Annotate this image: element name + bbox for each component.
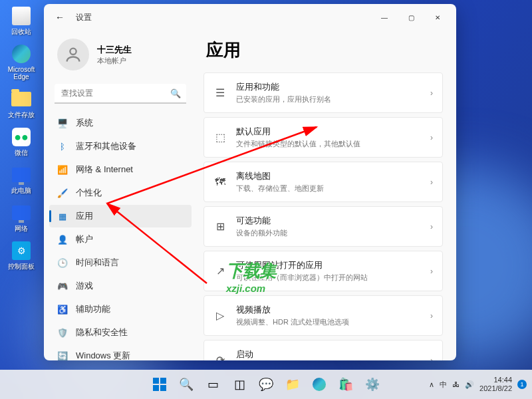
nav-label: 网络 & Internet bbox=[76, 164, 133, 176]
nav-label: Windows 更新 bbox=[76, 350, 130, 360]
card-title: 可使用网站打开的应用 bbox=[236, 259, 421, 271]
settings-taskbar-icon[interactable]: ⚙️ bbox=[360, 372, 384, 396]
ime-indicator[interactable]: 中 bbox=[440, 380, 447, 390]
nav-icon: 🖌️ bbox=[57, 188, 68, 198]
search-box: 🔍 bbox=[55, 84, 186, 104]
back-button[interactable]: ← bbox=[49, 7, 70, 28]
settings-card-0[interactable]: ☰应用和功能已安装的应用，应用执行别名› bbox=[203, 72, 443, 113]
card-sub: 下载、存储位置、地图更新 bbox=[236, 184, 421, 194]
nav-icon: 👤 bbox=[57, 234, 68, 245]
nav-label: 游戏 bbox=[76, 280, 93, 292]
taskview-icon[interactable]: ▭ bbox=[201, 372, 225, 396]
nav-item-5[interactable]: 👤帐户 bbox=[49, 228, 192, 251]
settings-card-3[interactable]: ⊞可选功能设备的额外功能› bbox=[203, 206, 443, 247]
desktop-icon-label: 微信 bbox=[15, 149, 28, 156]
card-sub: 设备的额外功能 bbox=[236, 228, 421, 238]
nav-item-6[interactable]: 🕒时间和语言 bbox=[49, 251, 192, 274]
nav-item-10[interactable]: 🔄Windows 更新 bbox=[49, 344, 192, 360]
close-button[interactable]: ✕ bbox=[424, 7, 451, 28]
nav-item-2[interactable]: 📶网络 & Internet bbox=[49, 158, 192, 181]
svg-rect-6 bbox=[160, 385, 166, 391]
chevron-right-icon: › bbox=[430, 133, 433, 142]
card-title: 启动 bbox=[236, 348, 421, 360]
chevron-right-icon: › bbox=[430, 267, 433, 276]
notification-badge[interactable]: 1 bbox=[517, 380, 527, 389]
desktop-icon-label: 文件存放 bbox=[8, 111, 35, 118]
start-button[interactable] bbox=[148, 372, 172, 396]
card-icon: ⬚ bbox=[213, 131, 227, 144]
desktop-icon-label: 回收站 bbox=[11, 28, 31, 35]
card-title: 默认应用 bbox=[236, 126, 421, 138]
clock[interactable]: 14:44 2021/8/22 bbox=[479, 376, 512, 393]
edge-taskbar-icon[interactable] bbox=[307, 372, 331, 396]
card-icon: ⟳ bbox=[213, 354, 227, 361]
card-title: 可选功能 bbox=[236, 215, 421, 227]
chat-icon[interactable]: 💬 bbox=[254, 372, 278, 396]
nav-icon: ▦ bbox=[57, 211, 68, 221]
desktop-icon-folder[interactable]: 文件存放 bbox=[5, 88, 37, 118]
minimize-button[interactable]: — bbox=[371, 7, 398, 28]
desktop-icon-label: 此电脑 bbox=[11, 187, 31, 194]
card-title: 应用和功能 bbox=[236, 81, 421, 93]
nav-icon: 🕒 bbox=[57, 257, 68, 268]
desktop-icon-edge[interactable]: Microsoft Edge bbox=[5, 43, 37, 80]
nav-item-4[interactable]: ▦应用 bbox=[49, 205, 192, 227]
nav-icon: 🖥️ bbox=[57, 118, 68, 128]
maximize-button[interactable]: ▢ bbox=[398, 7, 424, 28]
desktop-icon-pc[interactable]: 此电脑 bbox=[5, 164, 37, 194]
volume-icon[interactable]: 🔊 bbox=[465, 380, 474, 389]
desktop-icon-label: 控制面板 bbox=[8, 263, 35, 270]
desktop-icon-cp[interactable]: ⚙控制面板 bbox=[5, 240, 37, 270]
nav-item-9[interactable]: 🛡️隐私和安全性 bbox=[49, 321, 192, 344]
nav-icon: ᛒ bbox=[57, 141, 68, 152]
nav-item-1[interactable]: ᛒ蓝牙和其他设备 bbox=[49, 135, 192, 158]
svg-point-0 bbox=[70, 49, 76, 55]
settings-window: ← 设置 — ▢ ✕ 十三先生 本地帐户 🔍 🖥️系统ᛒ蓝牙和其他设备📶网络 &… bbox=[44, 4, 456, 360]
card-sub: 已安装的应用，应用执行别名 bbox=[236, 94, 421, 104]
chevron-right-icon: › bbox=[430, 311, 433, 321]
nav-icon: 🔄 bbox=[57, 350, 68, 360]
search-input[interactable] bbox=[55, 84, 186, 104]
nav-item-7[interactable]: 🎮游戏 bbox=[49, 275, 192, 297]
widgets-icon[interactable]: ◫ bbox=[227, 372, 251, 396]
explorer-icon[interactable]: 📁 bbox=[281, 372, 305, 396]
settings-card-4[interactable]: ↗可使用网站打开的应用可以在应用（而非浏览器）中打开的网站› bbox=[203, 251, 443, 291]
card-icon: ▷ bbox=[213, 309, 227, 323]
taskbar: 🔍 ▭ ◫ 💬 📁 🛍️ ⚙️ ∧ 中 🖧 🔊 14:44 2021/8/22 … bbox=[0, 370, 532, 399]
desktop-icon-wechat[interactable]: ●●微信 bbox=[5, 126, 37, 156]
store-icon[interactable]: 🛍️ bbox=[334, 372, 358, 396]
desktop-icon-recycle[interactable]: 回收站 bbox=[5, 5, 37, 35]
nav-item-0[interactable]: 🖥️系统 bbox=[49, 112, 192, 134]
network-icon[interactable]: 🖧 bbox=[452, 380, 460, 388]
card-sub: 可以在应用（而非浏览器）中打开的网站 bbox=[236, 273, 421, 283]
desktop-icon-pc[interactable]: 网络 bbox=[5, 202, 37, 232]
nav-label: 蓝牙和其他设备 bbox=[76, 140, 136, 152]
user-block[interactable]: 十三先生 本地帐户 bbox=[49, 33, 192, 76]
nav-item-8[interactable]: ♿辅助功能 bbox=[49, 298, 192, 321]
card-title: 视频播放 bbox=[236, 304, 421, 316]
settings-card-5[interactable]: ▷视频播放视频调整、HDR 流式处理电池选项› bbox=[203, 295, 443, 336]
card-icon: ☰ bbox=[213, 86, 227, 100]
card-icon: ⊞ bbox=[213, 220, 227, 233]
card-sub: 视频调整、HDR 流式处理电池选项 bbox=[236, 317, 421, 327]
settings-card-1[interactable]: ⬚默认应用文件和链接类型的默认值，其他默认值› bbox=[203, 117, 443, 158]
settings-card-6[interactable]: ⟳启动登录时自动启动的应用程序› bbox=[203, 340, 443, 360]
chevron-right-icon: › bbox=[430, 222, 433, 231]
search-taskbar-icon[interactable]: 🔍 bbox=[174, 372, 198, 396]
titlebar: ← 设置 — ▢ ✕ bbox=[44, 4, 456, 31]
card-sub: 文件和链接类型的默认值，其他默认值 bbox=[236, 139, 421, 149]
card-icon: 🗺 bbox=[213, 176, 227, 189]
settings-card-2[interactable]: 🗺离线地图下载、存储位置、地图更新› bbox=[203, 162, 443, 202]
svg-rect-4 bbox=[160, 378, 166, 384]
nav-item-3[interactable]: 🖌️个性化 bbox=[49, 182, 192, 204]
nav: 🖥️系统ᛒ蓝牙和其他设备📶网络 & Internet🖌️个性化▦应用👤帐户🕒时间… bbox=[49, 112, 192, 360]
nav-icon: 🛡️ bbox=[57, 327, 68, 338]
tray-chevron-icon[interactable]: ∧ bbox=[429, 380, 434, 389]
svg-rect-5 bbox=[153, 385, 159, 391]
chevron-right-icon: › bbox=[430, 356, 433, 361]
user-name: 十三先生 bbox=[97, 44, 132, 56]
search-icon: 🔍 bbox=[170, 88, 181, 98]
avatar-icon bbox=[57, 39, 89, 70]
nav-label: 隐私和安全性 bbox=[76, 327, 128, 338]
nav-icon: 🎮 bbox=[57, 281, 68, 291]
